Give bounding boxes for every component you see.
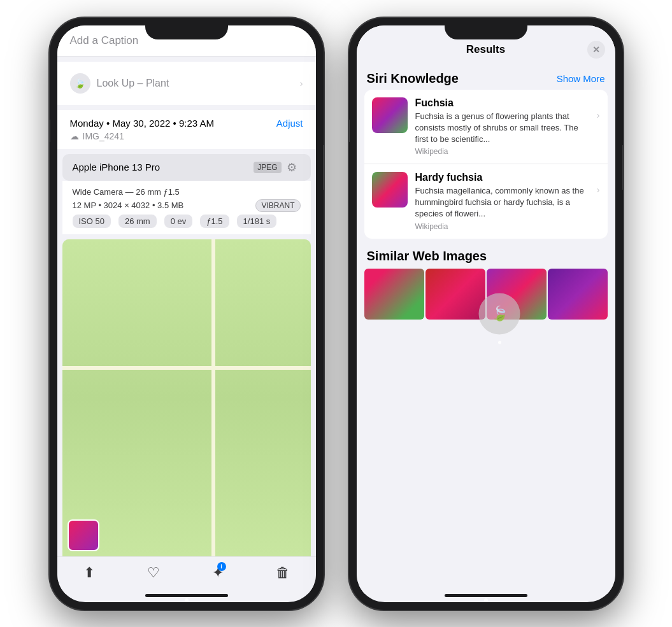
toolbar: ⬆ ♡ ✦ i 🗑 [57,556,316,594]
right-page-dot [484,598,488,602]
format-badges: JPEG ⚙ [254,160,300,174]
hardy-source: Wikipedia [415,222,589,231]
ev-value: 0 ev [164,215,193,228]
filename-text: IMG_4241 [83,131,124,141]
shutter-value: 1/181 s [237,215,277,228]
similar-image-4[interactable] [548,269,608,320]
fuchsia-chevron-icon: › [597,110,600,120]
fuchsia-item[interactable]: Fuchsia Fuchsia is a genus of flowering … [364,90,608,165]
info-badge: i [217,562,226,571]
left-phone-screen: Add a Caption 🍃 Look Up – Plant › Monday… [57,25,316,602]
right-phone: 🍃 Results ✕ Siri Knowledge Show More [349,18,623,610]
date-text: Monday • May 30, 2022 • 9:23 AM [70,118,214,129]
lens-text: Wide Camera — 26 mm ƒ1.5 [73,187,180,197]
adjust-button[interactable]: Adjust [276,118,303,129]
siri-knowledge-title: Siri Knowledge [367,71,459,86]
aperture-value: ƒ1.5 [200,215,229,228]
fuchsia-name: Fuchsia [415,97,589,109]
right-home-indicator [445,594,527,597]
lens-row: Wide Camera — 26 mm ƒ1.5 [73,187,301,197]
right-phone-notch [445,18,527,39]
hardy-fuchsia-item[interactable]: Hardy fuchsia Fuchsia magellanica, commo… [364,164,608,239]
hardy-content: Hardy fuchsia Fuchsia magellanica, commo… [415,172,589,231]
left-phone-notch [145,18,228,39]
hardy-chevron-icon: › [597,185,600,195]
share-icon: ⬆ [83,565,95,581]
map-background [62,239,311,556]
camera-row: Apple iPhone 13 Pro JPEG ⚙ [73,160,301,174]
heart-button[interactable]: ♡ [147,565,160,581]
hardy-thumbnail [372,172,408,208]
trash-icon: 🗑 [276,565,290,581]
similar-web-title: Similar Web Images [357,249,615,269]
info-button[interactable]: ✦ i [212,565,224,581]
date-section: Monday • May 30, 2022 • 9:23 AM Adjust ☁… [57,110,316,149]
caption-placeholder: Add a Caption [70,34,139,46]
camera-name: Apple iPhone 13 Pro [73,162,161,173]
siri-knowledge-header: Siri Knowledge Show More [357,66,615,90]
results-header: Results ✕ [357,36,615,66]
siri-visual-lookup-icon[interactable]: 🍃 [479,293,520,334]
siri-dot [498,341,501,344]
page-dot [185,598,189,602]
map-road-vertical [211,239,215,556]
hardy-name: Hardy fuchsia [415,172,589,183]
similar-image-2[interactable] [425,269,485,320]
trash-button[interactable]: 🗑 [276,565,290,581]
results-title: Results [385,43,587,56]
location-row: ☁ IMG_4241 [70,131,303,141]
fuchsia-thumbnail [372,97,408,133]
iso-value: ISO 50 [73,215,111,228]
hardy-description: Fuchsia magellanica, commonly known as t… [415,185,589,220]
map-road-horizontal [62,366,311,370]
fuchsia-description: Fuchsia is a genus of flowering plants t… [415,111,589,146]
gear-icon: ⚙ [287,160,301,174]
home-indicator [145,594,228,597]
specs-section: Wide Camera — 26 mm ƒ1.5 12 MP • 3024 × … [62,181,311,234]
lookup-label: Look Up – Plant [97,78,169,89]
share-button[interactable]: ⬆ [83,565,95,581]
lookup-leaf-icon: 🍃 [70,73,90,94]
similar-image-1[interactable] [364,269,424,320]
format-badge: JPEG [254,162,281,173]
mp-row: 12 MP • 3024 × 4032 • 3.5 MB VIBRANT [73,199,301,212]
close-button[interactable]: ✕ [587,41,605,59]
fuchsia-source: Wikipedia [415,147,589,156]
fuchsia-content: Fuchsia Fuchsia is a genus of flowering … [415,97,589,157]
exif-row: ISO 50 26 mm 0 ev ƒ1.5 1/181 s [73,215,301,228]
leaf-icon: 🍃 [491,306,508,322]
mp-text: 12 MP • 3024 × 4032 • 3.5 MB [73,201,184,210]
right-phone-screen: 🍃 Results ✕ Siri Knowledge Show More [357,25,615,602]
left-phone: Add a Caption 🍃 Look Up – Plant › Monday… [50,18,324,610]
lookup-row[interactable]: 🍃 Look Up – Plant › [70,71,303,96]
lookup-section[interactable]: 🍃 Look Up – Plant › [57,62,316,105]
style-badge: VIBRANT [255,199,300,212]
date-row: Monday • May 30, 2022 • 9:23 AM Adjust [70,118,303,129]
focal-value: 26 mm [118,215,157,228]
heart-icon: ♡ [147,565,160,581]
lookup-chevron-icon: › [300,78,303,88]
map-photo-thumbnail [68,519,99,551]
knowledge-card: Fuchsia Fuchsia is a genus of flowering … [364,90,608,239]
show-more-button[interactable]: Show More [557,73,605,84]
map-view[interactable] [62,239,311,556]
cloud-icon: ☁ [70,131,79,141]
camera-section: Apple iPhone 13 Pro JPEG ⚙ [62,154,311,181]
